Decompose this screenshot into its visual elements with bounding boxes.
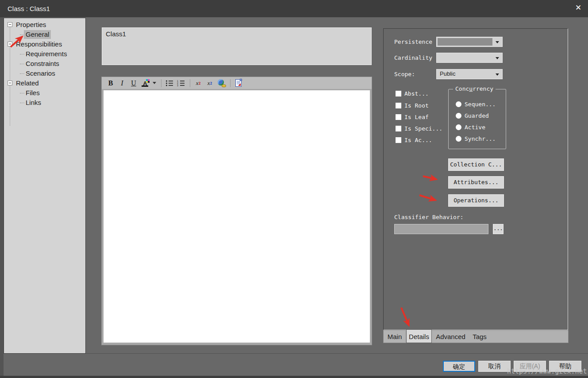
underline-icon[interactable]: U [128, 78, 139, 88]
checkbox-icon [396, 126, 401, 131]
tab-details[interactable]: Details [406, 329, 432, 343]
toolbar-separator [190, 79, 190, 87]
insert-document-icon[interactable] [233, 78, 244, 88]
concurrency-group-title: Concurrency [453, 85, 496, 92]
properties-tab-strip: Main Details Advanced Tags [383, 330, 569, 343]
checkbox-is-leaf[interactable]: Is Leaf [396, 114, 429, 120]
tree-item-constraints[interactable]: Constraints [4, 59, 85, 69]
tab-main[interactable]: Main [384, 331, 406, 343]
font-color-icon[interactable]: A [140, 78, 150, 88]
window-bottom-edge [0, 376, 588, 378]
superscript-icon[interactable]: x2 [193, 78, 204, 88]
subscript-icon[interactable]: x2 [204, 78, 215, 88]
bullet-list-icon[interactable] [164, 78, 175, 88]
collapse-minus-icon[interactable] [8, 22, 12, 27]
watermark-text: https://www.gzcx.net [507, 367, 587, 375]
checkbox-is-root[interactable]: Is Root [396, 102, 429, 109]
radio-icon [456, 124, 461, 130]
checkbox-icon [396, 137, 401, 143]
radio-icon [456, 101, 461, 107]
radio-synchronized[interactable]: Synchr... [456, 135, 496, 142]
radio-active[interactable]: Active [456, 124, 485, 131]
checkbox-is-active[interactable]: Is Ac... [396, 137, 432, 143]
radio-sequential[interactable]: Sequen... [456, 101, 496, 108]
radio-guarded[interactable]: Guarded [456, 112, 489, 119]
tree-item-links[interactable]: Links [4, 98, 85, 108]
scope-value: Public [440, 70, 455, 77]
checkbox-icon [396, 103, 401, 108]
title-bar: Class : Class1 ✕ [0, 0, 588, 17]
scope-label: Scope: [394, 71, 415, 77]
collapse-minus-icon[interactable] [8, 81, 12, 85]
collapse-minus-icon[interactable] [8, 42, 12, 46]
color-palette-icon [146, 79, 150, 83]
bold-icon[interactable]: B [105, 78, 116, 88]
cardinality-dropdown[interactable] [436, 53, 503, 63]
details-tab-panel: Persistence Cardinality Scope: Public Ab… [383, 28, 568, 330]
toolbar-separator [230, 79, 231, 87]
close-icon[interactable]: ✕ [571, 1, 585, 15]
classifier-behavior-field[interactable] [394, 224, 488, 234]
radio-icon [456, 113, 461, 119]
documentation-editor: B I U A [101, 77, 372, 345]
persistence-dropdown[interactable] [436, 37, 503, 47]
tree-item-files[interactable]: Files [4, 88, 85, 98]
numbered-list-icon[interactable]: 1 2 3 [176, 78, 186, 88]
chevron-down-icon [496, 41, 499, 43]
classifier-behavior-browse-button[interactable]: ... [493, 224, 503, 234]
chevron-down-icon [496, 73, 499, 76]
radio-icon [456, 136, 461, 142]
class-properties-dialog: Class : Class1 ✕ Properties General Resp… [0, 0, 588, 378]
operations-button[interactable]: Operations... [448, 194, 504, 207]
footer-divider [4, 353, 588, 354]
tree-item-responsibilities[interactable]: Responsibilities [4, 39, 85, 49]
tree-item-related[interactable]: Related [4, 78, 85, 88]
svg-text:3: 3 [177, 84, 178, 87]
concurrency-groupbox: Concurrency Sequen... Guarded Active Syn… [448, 89, 506, 149]
italic-icon[interactable]: I [117, 78, 127, 88]
classifier-behavior-label: Classifier Behavior: [394, 214, 464, 220]
scope-dropdown[interactable]: Public [436, 69, 503, 79]
chevron-down-icon [496, 57, 499, 59]
toolbar-separator [161, 79, 161, 87]
dialog-title: Class : Class1 [8, 0, 50, 17]
cancel-button[interactable]: 取消 [478, 361, 511, 372]
tree-item-general[interactable]: General [4, 30, 85, 39]
tab-advanced[interactable]: Advanced [432, 331, 469, 343]
checkbox-is-specification[interactable]: Is Speci... [396, 125, 442, 132]
font-color-dropdown-icon[interactable] [151, 78, 158, 88]
tree-item-properties[interactable]: Properties [4, 20, 85, 30]
ok-button[interactable]: 确定 [443, 361, 475, 372]
attributes-button[interactable]: Attributes... [448, 176, 504, 189]
persistence-label: Persistence [394, 39, 432, 45]
checkbox-icon [396, 91, 401, 96]
tree-item-requirements[interactable]: Requirements [4, 49, 85, 59]
window-left-edge [0, 17, 4, 378]
documentation-text-area[interactable] [104, 90, 370, 343]
editor-toolbar: B I U A [102, 77, 372, 89]
tab-tags[interactable]: Tags [469, 331, 490, 343]
checkbox-abstract[interactable]: Abst... [396, 90, 429, 97]
checkbox-icon [396, 114, 401, 120]
navigation-tree: Properties General Responsibilities Requ… [4, 18, 86, 354]
class-name-field[interactable]: Class1 [102, 27, 372, 65]
collection-class-button[interactable]: Collection C... [448, 158, 504, 171]
tree-item-scenarios[interactable]: Scenarios [4, 69, 85, 78]
cardinality-label: Cardinality [394, 54, 432, 61]
hyperlink-globe-icon[interactable] [216, 78, 227, 88]
